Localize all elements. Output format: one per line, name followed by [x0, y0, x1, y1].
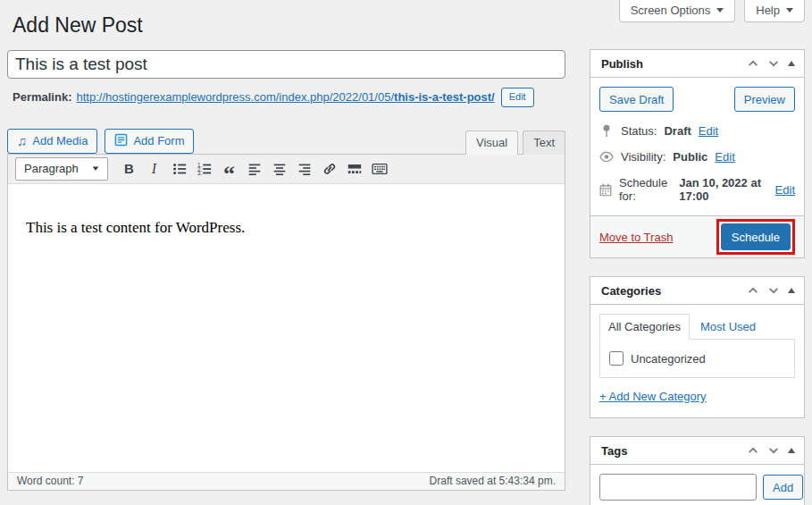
screen-options-label: Screen Options	[631, 4, 711, 17]
visibility-edit-link[interactable]: Edit	[715, 150, 734, 164]
tab-text[interactable]: Text	[523, 130, 565, 155]
triangle-up-icon	[788, 288, 795, 293]
insert-link-button[interactable]	[317, 157, 341, 181]
bullet-list-button[interactable]	[167, 157, 191, 181]
save-draft-button[interactable]: Save Draft	[599, 87, 674, 112]
numbered-list-icon: 1.2.3.	[197, 161, 213, 177]
align-left-button[interactable]	[242, 157, 266, 181]
add-tag-button[interactable]: Add	[763, 475, 803, 500]
category-tabs: All Categories Most Used	[599, 314, 795, 339]
tags-panel-body: Add Separate tags with commas	[590, 465, 804, 505]
schedule-value: Jan 10, 2022 at 17:00	[679, 176, 767, 203]
visibility-value: Public	[673, 150, 707, 164]
blockquote-button[interactable]: “	[217, 157, 241, 181]
categories-panel-body: All Categories Most Used Uncategorized +…	[590, 305, 804, 417]
classic-editor: Paragraph B I 1.2.3. “	[7, 154, 565, 491]
chevron-down-icon	[716, 8, 724, 13]
pin-icon	[599, 124, 614, 138]
tab-most-used[interactable]: Most Used	[690, 315, 766, 339]
chevron-down-icon	[786, 8, 793, 13]
align-center-button[interactable]	[267, 157, 291, 181]
category-item: Uncategorized	[609, 351, 785, 366]
tab-all-categories[interactable]: All Categories	[599, 314, 690, 340]
add-media-button[interactable]: ♫ Add Media	[7, 129, 97, 154]
chevron-down-icon	[93, 167, 99, 171]
visibility-row: Visibility: Public Edit	[599, 150, 795, 164]
schedule-edit-link[interactable]: Edit	[775, 183, 795, 197]
tab-visual[interactable]: Visual	[465, 130, 518, 155]
keyboard-icon	[372, 161, 388, 177]
word-count-label: Word count:	[17, 475, 74, 487]
toolbar-toggle-button[interactable]	[367, 157, 391, 181]
italic-button[interactable]: I	[142, 157, 166, 181]
annotation-highlight-box: Schedule	[716, 219, 795, 255]
editor-content-area[interactable]: This is a test content for WordPress.	[8, 184, 565, 472]
more-tag-icon	[347, 161, 363, 177]
triangle-up-icon	[788, 448, 795, 453]
svg-text:3.: 3.	[197, 170, 202, 176]
triangle-up-icon	[788, 61, 795, 66]
preview-button[interactable]: Preview	[734, 87, 795, 112]
schedule-button[interactable]: Schedule	[721, 223, 791, 250]
media-buttons-row: ♫ Add Media Add Form Visual Text	[7, 129, 565, 154]
categories-panel-header[interactable]: Categories	[590, 277, 804, 305]
format-select-value: Paragraph	[24, 162, 79, 175]
toggle-panel-button[interactable]	[788, 448, 795, 453]
align-right-button[interactable]	[292, 157, 316, 181]
permalink-link[interactable]: http://hostingerexamplewordpress.com/ind…	[76, 90, 494, 104]
eye-icon	[599, 151, 614, 163]
publish-panel-header[interactable]: Publish	[590, 50, 804, 78]
move-up-button[interactable]	[747, 57, 759, 70]
tags-panel-header[interactable]: Tags	[590, 437, 804, 465]
add-new-category-link[interactable]: + Add New Category	[599, 390, 707, 403]
publish-panel-title: Publish	[601, 57, 643, 71]
move-down-button[interactable]	[767, 57, 780, 70]
category-label: Uncategorized	[631, 352, 706, 366]
main-column: Add New Post Permalink: http://hostinger…	[7, 0, 565, 491]
help-label: Help	[756, 4, 780, 17]
publishing-actions: Move to Trash Schedule	[590, 215, 804, 257]
move-down-button[interactable]	[767, 444, 780, 457]
add-form-label: Add Form	[133, 134, 184, 147]
permalink-edit-button[interactable]: Edit	[501, 88, 534, 107]
move-to-trash-link[interactable]: Move to Trash	[599, 231, 673, 244]
status-edit-link[interactable]: Edit	[699, 124, 718, 138]
editor-toolbar: Paragraph B I 1.2.3. “	[8, 155, 565, 184]
help-button[interactable]: Help	[744, 0, 805, 22]
bold-button[interactable]: B	[117, 157, 141, 181]
link-icon	[322, 161, 338, 177]
permalink-url-base: http://hostingerexamplewordpress.com/ind…	[76, 90, 394, 104]
screen-options-button[interactable]: Screen Options	[619, 0, 736, 22]
screen-meta-links: Screen Options Help	[619, 0, 805, 22]
category-checkbox-uncategorized[interactable]	[609, 351, 624, 366]
word-count-value: 7	[78, 475, 84, 487]
toggle-panel-button[interactable]	[788, 61, 795, 66]
align-left-icon	[247, 161, 263, 177]
toggle-panel-button[interactable]	[788, 288, 795, 293]
chevron-down-icon	[767, 284, 780, 297]
move-down-button[interactable]	[767, 284, 780, 297]
blockquote-icon: “	[223, 170, 235, 179]
categories-panel: Categories All Categories Most Used Unca…	[590, 276, 805, 418]
permalink-slug: this-is-a-test-post/	[394, 90, 495, 104]
post-status-row: Status: Draft Edit	[599, 124, 795, 138]
align-center-icon	[272, 161, 288, 177]
bullet-list-icon	[172, 161, 188, 177]
move-up-button[interactable]	[747, 284, 759, 297]
chevron-up-icon	[747, 57, 759, 70]
paragraph-format-select[interactable]: Paragraph	[15, 157, 108, 181]
add-form-button[interactable]: Add Form	[105, 129, 194, 154]
publish-panel: Publish Save Draft Preview Status: Draft…	[590, 49, 805, 258]
permalink-row: Permalink: http://hostingerexamplewordpr…	[13, 88, 565, 107]
draft-saved-status: Draft saved at 5:43:34 pm.	[430, 475, 556, 487]
status-label: Status:	[621, 124, 657, 138]
numbered-list-button[interactable]: 1.2.3.	[192, 157, 216, 181]
new-tag-input[interactable]	[599, 474, 757, 501]
publish-panel-body: Save Draft Preview Status: Draft Edit Vi…	[590, 78, 804, 203]
form-icon	[114, 133, 128, 149]
tags-panel-title: Tags	[601, 444, 627, 458]
read-more-tag-button[interactable]	[342, 157, 366, 181]
post-title-input[interactable]	[7, 50, 565, 79]
visibility-label: Visibility:	[621, 150, 666, 164]
move-up-button[interactable]	[747, 444, 759, 457]
